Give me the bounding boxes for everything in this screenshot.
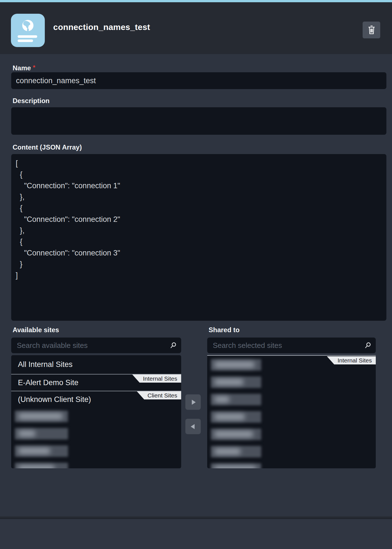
content-label: Content (JSON Array) [13, 143, 82, 151]
move-to-shared-button[interactable] [185, 394, 201, 410]
page-title: connection_names_test [53, 22, 150, 32]
available-sites-label: Available sites [13, 326, 59, 334]
available-sites-search-input[interactable] [11, 338, 181, 353]
redacted-list-item[interactable] [211, 446, 261, 457]
site-type-badge: Client Sites [137, 391, 181, 399]
top-accent-bar [0, 0, 392, 2]
name-label-text: Name [13, 64, 31, 72]
shared-to-label: Shared to [209, 326, 240, 334]
shared-to-search-input[interactable] [207, 338, 376, 353]
redacted-list-item[interactable] [211, 463, 261, 468]
redacted-list-item[interactable] [15, 411, 68, 422]
trash-icon [367, 25, 376, 35]
move-to-available-button[interactable] [185, 419, 201, 434]
delete-button[interactable] [363, 22, 380, 38]
site-name: All Internal Sites [18, 360, 73, 369]
shared-to-searchbox [207, 338, 376, 353]
available-sites-searchbox [11, 338, 181, 353]
footer-bar: ✔ Active [0, 519, 392, 549]
description-label: Description [13, 97, 50, 105]
redacted-list-item[interactable] [211, 359, 261, 371]
site-type-badge: Internal Sites [132, 374, 181, 383]
site-name: (Unknown Client Site) [18, 395, 91, 404]
footer-divider [0, 516, 392, 519]
redacted-list-item[interactable] [211, 394, 261, 405]
page-header: connection_names_test [0, 2, 392, 54]
search-icon [170, 342, 177, 349]
redacted-list-item[interactable] [15, 463, 68, 468]
site-type-badge: Internal Sites [327, 356, 376, 364]
move-right-icon [192, 400, 196, 405]
site-name: E-Alert Demo Site [18, 378, 78, 387]
shared-to-list: Internal Sites [207, 355, 376, 468]
redacted-list-item[interactable] [211, 376, 261, 388]
connection-editor-page: connection_names_test Name* Description … [0, 0, 392, 549]
name-label: Name* [13, 64, 35, 72]
redacted-list-item[interactable] [211, 411, 261, 423]
name-input[interactable] [11, 72, 386, 89]
redacted-list-item[interactable] [211, 429, 261, 440]
available-sites-list: All Internal Sites E-Alert Demo Site (Un… [11, 355, 181, 468]
content-json-input[interactable]: [ { "Connection": "connection 1" }, { "C… [11, 154, 386, 321]
search-icon [365, 342, 371, 349]
description-input[interactable] [11, 107, 386, 135]
required-asterisk: * [33, 64, 35, 71]
move-left-icon [191, 424, 195, 429]
redacted-list-item[interactable] [15, 428, 68, 439]
redacted-list-item[interactable] [15, 445, 68, 457]
globe-card-icon [11, 14, 45, 47]
list-item[interactable]: All Internal Sites [11, 355, 181, 374]
